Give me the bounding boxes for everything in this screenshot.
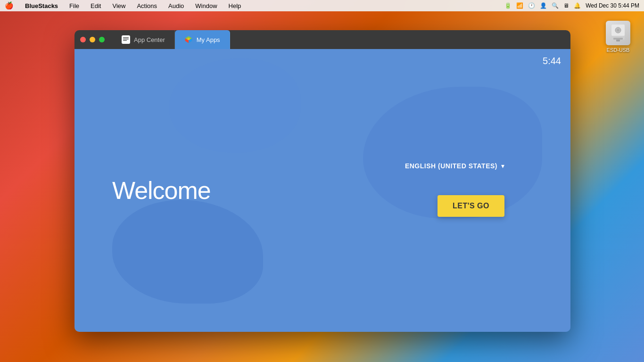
dropdown-arrow-icon: ▾ <box>501 162 504 170</box>
menubar-file[interactable]: File <box>67 2 81 9</box>
tab-app-center-label: App Center <box>134 36 165 43</box>
blob-decoration-2 <box>112 200 263 304</box>
datetime-display: Wed Dec 30 5:44 PM <box>586 2 639 9</box>
window-content: 5:44 Welcome ENGLISH (UNITED STATES) ▾ L… <box>74 49 570 332</box>
wifi-icon: 📶 <box>516 2 523 9</box>
svg-rect-6 <box>122 36 130 43</box>
menubar-right: 🔋 📶 🕐 👤 🔍 🖥 🔔 Wed Dec 30 5:44 PM <box>504 2 639 9</box>
svg-rect-3 <box>616 40 620 41</box>
display-icon: 🖥 <box>563 2 569 9</box>
tab-bar: App Center My Apps <box>112 30 565 49</box>
tab-my-apps[interactable]: My Apps <box>175 30 230 49</box>
menubar-audio[interactable]: Audio <box>166 2 186 9</box>
esd-usb-icon <box>606 21 630 45</box>
tab-my-apps-label: My Apps <box>197 36 220 43</box>
maximize-button[interactable] <box>99 37 105 42</box>
welcome-heading: Welcome <box>112 176 211 205</box>
search-icon[interactable]: 🔍 <box>552 2 559 9</box>
menubar-edit[interactable]: Edit <box>89 2 103 9</box>
user-icon: 👤 <box>540 2 547 9</box>
menubar-actions[interactable]: Actions <box>135 2 159 9</box>
menubar: 🍎 BlueStacks File Edit View Actions Audi… <box>0 0 644 11</box>
apple-logo-icon[interactable]: 🍎 <box>5 1 14 10</box>
menubar-app-name[interactable]: BlueStacks <box>23 2 60 9</box>
minimize-button[interactable] <box>90 37 95 42</box>
close-button[interactable] <box>80 37 86 42</box>
menubar-view[interactable]: View <box>110 2 127 9</box>
menubar-help[interactable]: Help <box>227 2 243 9</box>
my-apps-tab-icon <box>184 35 193 44</box>
time-display: 5:44 <box>543 56 561 66</box>
clock-icon: 🕐 <box>528 2 535 9</box>
lets-go-button[interactable]: LET'S GO <box>438 195 504 217</box>
menubar-window[interactable]: Window <box>193 2 219 9</box>
bluestacks-window: App Center My Apps <box>74 30 570 332</box>
app-center-tab-icon <box>122 35 130 44</box>
esd-usb-label: ESD-USB <box>607 47 630 53</box>
svg-point-5 <box>617 29 619 32</box>
blob-decoration-3 <box>169 58 301 153</box>
menubar-left: 🍎 BlueStacks File Edit View Actions Audi… <box>5 1 243 10</box>
svg-rect-9 <box>123 40 127 41</box>
notification-icon[interactable]: 🔔 <box>574 2 581 9</box>
battery-icon: 🔋 <box>504 2 512 9</box>
language-selector[interactable]: ENGLISH (UNITED STATES) ▾ <box>405 162 504 170</box>
window-controls <box>80 37 105 42</box>
svg-rect-7 <box>123 37 129 38</box>
language-label: ENGLISH (UNITED STATES) <box>405 162 497 170</box>
tab-app-center[interactable]: App Center <box>112 30 175 49</box>
window-titlebar: App Center My Apps <box>74 30 570 49</box>
svg-rect-8 <box>123 39 129 40</box>
desktop-icon-esd-usb[interactable]: ESD-USB <box>602 21 635 53</box>
svg-rect-2 <box>613 38 623 40</box>
